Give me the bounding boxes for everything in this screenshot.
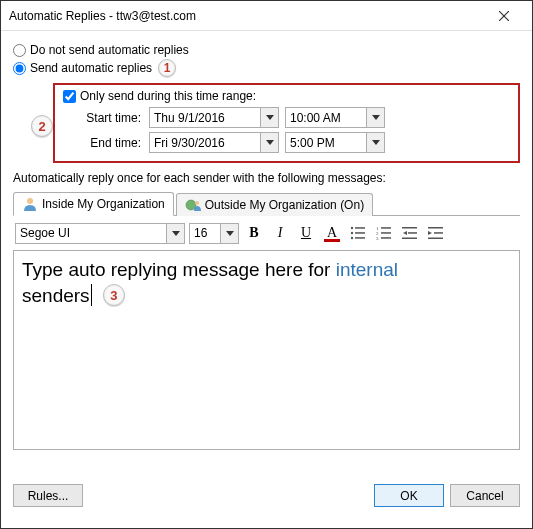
svg-point-5 <box>351 227 353 229</box>
only-send-label: Only send during this time range: <box>80 89 256 103</box>
radio-dont-send-input[interactable] <box>13 44 26 57</box>
svg-rect-17 <box>402 227 417 229</box>
start-time-combo[interactable]: 10:00 AM <box>285 107 385 128</box>
start-date-combo[interactable]: Thu 9/1/2016 <box>149 107 279 128</box>
svg-rect-10 <box>355 237 365 239</box>
end-time-value: 5:00 PM <box>286 136 366 150</box>
only-send-checkbox[interactable] <box>63 90 76 103</box>
window-title: Automatic Replies - ttw3@test.com <box>9 9 484 23</box>
svg-rect-6 <box>355 227 365 229</box>
svg-rect-12 <box>381 227 391 229</box>
svg-rect-23 <box>434 232 443 234</box>
tab-inside-label: Inside My Organization <box>42 197 165 211</box>
ok-button[interactable]: OK <box>374 484 444 507</box>
editor-toolbar: Segoe UI 16 B I U A 123 <box>13 216 520 250</box>
svg-rect-16 <box>381 237 391 239</box>
end-time-combo[interactable]: 5:00 PM <box>285 132 385 153</box>
chevron-down-icon[interactable] <box>220 224 238 243</box>
only-send-checkbox-row[interactable]: Only send during this time range: <box>63 89 510 103</box>
chevron-down-icon[interactable] <box>260 133 278 152</box>
svg-rect-24 <box>428 238 443 240</box>
bullet-list-button[interactable] <box>347 222 369 244</box>
font-size-value: 16 <box>190 226 220 240</box>
italic-button[interactable]: I <box>269 222 291 244</box>
radio-send[interactable]: Send automatic replies 1 <box>13 59 520 77</box>
font-family-combo[interactable]: Segoe UI <box>15 223 185 244</box>
end-date-combo[interactable]: Fri 9/30/2016 <box>149 132 279 153</box>
radio-send-label: Send automatic replies <box>30 61 152 75</box>
numbered-list-button[interactable]: 123 <box>373 222 395 244</box>
svg-rect-8 <box>355 232 365 234</box>
dialog-footer: Rules... OK Cancel <box>13 476 520 507</box>
radio-send-input[interactable] <box>13 62 26 75</box>
time-range-box: 2 Only send during this time range: Star… <box>53 83 520 163</box>
indent-icon <box>428 225 444 241</box>
font-family-value: Segoe UI <box>16 226 166 240</box>
callout-2: 2 <box>31 115 53 137</box>
editor-text-blue: internal <box>336 259 398 280</box>
svg-point-9 <box>351 237 353 239</box>
svg-point-2 <box>27 198 33 204</box>
start-time-label: Start time: <box>63 111 143 125</box>
indent-button[interactable] <box>425 222 447 244</box>
start-time-value: 10:00 AM <box>286 111 366 125</box>
chevron-down-icon[interactable] <box>166 224 184 243</box>
font-color-button[interactable]: A <box>321 222 343 244</box>
svg-point-7 <box>351 232 353 234</box>
start-date-value: Thu 9/1/2016 <box>150 111 260 125</box>
person-icon <box>22 196 38 212</box>
radio-dont-send[interactable]: Do not send automatic replies <box>13 43 520 57</box>
outdent-button[interactable] <box>399 222 421 244</box>
end-date-value: Fri 9/30/2016 <box>150 136 260 150</box>
svg-point-4 <box>195 201 199 205</box>
titlebar: Automatic Replies - ttw3@test.com <box>1 1 532 31</box>
svg-marker-18 <box>403 231 407 235</box>
numbered-list-icon: 123 <box>376 225 392 241</box>
cancel-button[interactable]: Cancel <box>450 484 520 507</box>
svg-rect-21 <box>428 227 443 229</box>
font-size-combo[interactable]: 16 <box>189 223 239 244</box>
underline-button[interactable]: U <box>295 222 317 244</box>
message-editor[interactable]: Type auto replying message here for inte… <box>13 250 520 450</box>
tab-outside-label: Outside My Organization (On) <box>205 198 364 212</box>
radio-dont-send-label: Do not send automatic replies <box>30 43 189 57</box>
editor-text-line2: senders <box>22 285 90 306</box>
editor-text: Type auto replying message here for <box>22 259 336 280</box>
rules-button[interactable]: Rules... <box>13 484 83 507</box>
svg-text:3: 3 <box>376 236 379 241</box>
bullet-list-icon <box>350 225 366 241</box>
callout-3: 3 <box>103 284 125 306</box>
svg-rect-20 <box>402 238 417 240</box>
close-button[interactable] <box>484 2 524 30</box>
tab-inside-org[interactable]: Inside My Organization <box>13 192 174 216</box>
globe-person-icon <box>185 197 201 213</box>
svg-rect-19 <box>408 232 417 234</box>
chevron-down-icon[interactable] <box>366 108 384 127</box>
chevron-down-icon[interactable] <box>366 133 384 152</box>
bold-button[interactable]: B <box>243 222 265 244</box>
chevron-down-icon[interactable] <box>260 108 278 127</box>
callout-1: 1 <box>158 59 176 77</box>
svg-rect-14 <box>381 232 391 234</box>
instruction-text: Automatically reply once for each sender… <box>13 171 520 185</box>
tab-outside-org[interactable]: Outside My Organization (On) <box>176 193 373 216</box>
text-cursor <box>91 284 92 306</box>
tabs: Inside My Organization Outside My Organi… <box>13 191 520 216</box>
outdent-icon <box>402 225 418 241</box>
end-time-label: End time: <box>63 136 143 150</box>
close-icon <box>499 11 509 21</box>
svg-marker-22 <box>428 231 432 235</box>
